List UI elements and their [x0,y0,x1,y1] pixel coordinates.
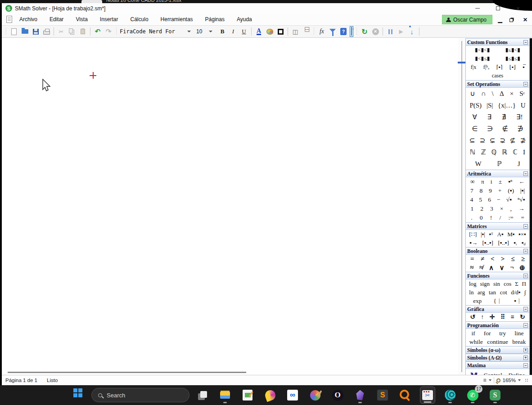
funciones-button[interactable]: d/d▪ [510,289,521,296]
font-color-button[interactable]: A [254,27,264,36]
set-operations-button[interactable]: ℕ [469,148,476,156]
collapse-icon[interactable]: − [523,82,528,86]
collapse-icon[interactable]: − [523,363,528,368]
mdi-close-button[interactable]: ✕ [522,17,528,23]
aritm-tica-button[interactable]: ∞ [469,178,476,185]
aritm-tica-button[interactable]: 3 [489,205,494,212]
set-operations-button[interactable]: ∋ [486,125,494,133]
maximize-button[interactable] [494,4,502,12]
aritm-tica-button[interactable]: 0 [479,214,484,221]
reference-book-button[interactable]: ? [338,27,348,36]
aritm-tica-button[interactable]: ▪ⁿ [507,178,513,185]
set-operations-button[interactable]: × [509,90,514,98]
redo-button[interactable]: ↷ [104,27,113,36]
horizontal-scrollbar-thumb[interactable] [8,372,246,373]
aritm-tica-button[interactable]: ⁿ√▪ [517,196,526,203]
set-operations-button[interactable]: \ [491,90,495,98]
matrices-button[interactable]: ▪→ [469,239,478,247]
programaci-n-button[interactable]: for [483,330,492,337]
booleano-button[interactable]: > [500,255,506,263]
vertical-scrollbar[interactable] [458,38,465,375]
custom-functions-button[interactable]: ⌈▪⌉ [496,64,504,71]
programaci-n-button[interactable]: continue [486,338,509,346]
set-operations-button[interactable]: ∩ [480,90,487,98]
font-family-select[interactable]: FiraCode Nerd For [120,28,194,35]
chevron-down-icon[interactable] [489,379,491,381]
expand-icon[interactable]: + [523,348,528,352]
aritm-tica-button[interactable]: × [499,205,505,212]
funciones-button[interactable]: sin [492,280,501,288]
set-operations-button[interactable]: ℤ [480,148,487,156]
custom-functions-button[interactable]: ▮<▮≤▮ [474,55,491,62]
set-operations-button[interactable]: ∄ [501,113,507,121]
border-button[interactable] [275,27,285,36]
scrollbar-track[interactable] [461,41,462,372]
aritm-tica-button[interactable]: := [508,214,514,221]
aritm-tica-button[interactable]: π [480,178,485,185]
insert-down-button[interactable]: ↓ [407,27,417,36]
taskbar-s-shield-app-button[interactable]: S [487,387,503,404]
set-operations-button[interactable]: ⊊ [489,136,496,144]
minimize-button[interactable] [473,4,482,12]
font-size-select[interactable]: 10 [196,28,216,35]
custom-functions-button[interactable]: ▮≤▮<▮ [505,47,521,54]
gr-fica-button[interactable]: ≡ [510,314,515,321]
insert-filter-button[interactable] [328,27,338,36]
bold-button[interactable]: B [217,27,227,36]
funciones-button[interactable]: log [468,280,478,288]
set-operations-button[interactable]: U [520,102,527,109]
gr-fica-button[interactable]: ↺ [469,313,476,321]
matrices-button[interactable]: [∷] [468,231,478,238]
vertical-spacing-button[interactable]: ◫ [301,27,311,36]
funciones-button[interactable]: sign [479,280,491,288]
programaci-n-button[interactable]: break [511,338,527,346]
background-color-button[interactable] [265,27,275,36]
funciones-button[interactable]: ∫ [523,289,527,296]
taskbar-waves-app-button[interactable] [442,387,458,404]
programaci-n-button[interactable]: try [498,330,507,337]
set-operations-button[interactable]: ℚ [490,148,497,156]
booleano-button[interactable]: ∧ [488,264,495,272]
custom-functions-button[interactable]: ⌊▪⌋ [509,64,517,71]
user-account-button[interactable]: Oscar Campo [442,15,492,24]
set-operations-button[interactable]: Sᶜ [518,90,526,98]
booleano-button[interactable]: ≈ [469,264,474,271]
matrices-button[interactable]: M▪ [506,231,515,238]
toolbar-grip[interactable] [313,27,315,36]
custom-functions-button[interactable]: ▮<▮<▮ [474,47,491,54]
booleano-button[interactable]: ¬ [509,264,515,271]
chevron-down-icon[interactable] [518,379,521,381]
side-panel-toggle-button[interactable] [350,26,353,37]
pause-button[interactable] [385,27,395,36]
mdi-restore-button[interactable] [509,18,516,22]
aritm-tica-button[interactable]: 5 [478,196,483,203]
matrices-button[interactable]: A▪ [496,231,505,238]
booleano-button[interactable]: = [469,255,475,263]
aritm-tica-button[interactable]: 9 [488,187,493,194]
collapse-icon[interactable]: − [523,224,528,229]
menu-herramientas[interactable]: Herramientas [160,15,194,23]
taskbar-sublime-text-button[interactable]: S [375,387,390,404]
funciones-button[interactable]: exp [472,297,482,305]
set-operations-button[interactable]: ⊈ [509,136,517,144]
menu-c-lculo[interactable]: Cálculo [130,15,149,23]
booleano-button[interactable]: ⊕ [518,264,526,272]
recalculate-button[interactable]: ↻ [360,27,370,36]
collapse-icon[interactable]: − [523,307,528,311]
view-list-icon[interactable]: ≡ [483,377,487,383]
booleano-button[interactable]: < [490,255,496,263]
booleano-button[interactable]: ∨ [498,264,505,272]
funciones-button[interactable]: Π [521,280,527,288]
gr-fica-button[interactable]: ↑ [480,314,485,321]
mdi-minimize-button[interactable]: ▁ [497,17,503,23]
gr-fica-button[interactable]: ✛ [489,313,496,321]
taskbar-snipping-tool-button[interactable]: ✂ [420,387,435,404]
aritm-tica-button[interactable]: ± [498,178,503,185]
set-operations-button[interactable]: ℝ [501,148,508,156]
set-operations-button[interactable]: ℂ [512,148,518,156]
print-button[interactable] [41,27,51,36]
collapse-icon[interactable]: − [523,274,528,278]
aritm-tica-button[interactable]: (▪) [507,187,515,194]
save-button[interactable] [31,27,41,36]
taskbar-obsidian-button[interactable] [352,387,368,404]
